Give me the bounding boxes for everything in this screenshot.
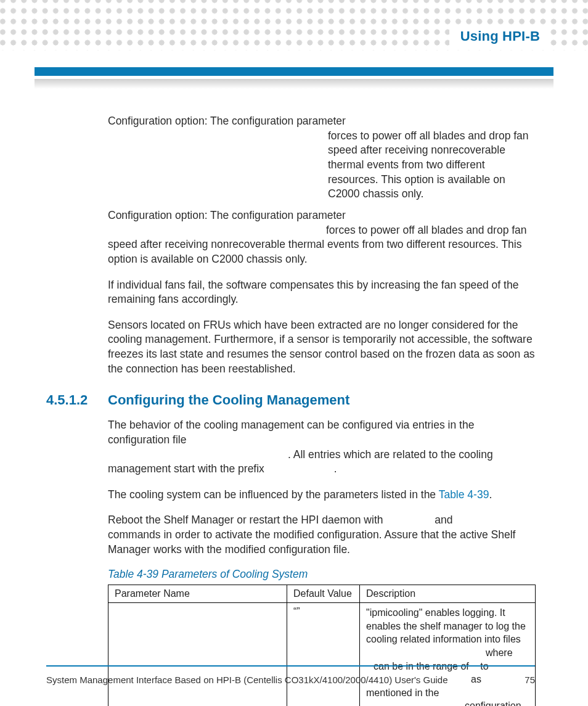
paragraph: The cooling system can be influenced by … [108,488,536,503]
running-header-title: Using HPI-B [460,28,540,44]
table-cell: “” [287,603,360,706]
paragraph: If individual fans fail, the software co… [108,278,536,307]
body-text: Configuration option: The configuration … [108,115,346,127]
parameters-table: Parameter Name Default Value Description… [108,585,536,706]
table-row: “” "ipmicooling" enables logging. It ena… [108,603,536,706]
page-footer: System Management Interface Based on HPI… [46,675,535,685]
body-text: Configuration option: The configuration … [108,209,346,221]
body-text: configuration file. [366,700,521,706]
body-text: Reboot the Shelf Manager or restart the … [108,514,383,526]
body-text: forces to power off all blades and drop … [328,129,536,202]
body-text: speed after receiving nonrecoverable the… [108,238,522,265]
paragraph: The behavior of the cooling management c… [108,418,536,477]
paragraph: Reboot the Shelf Manager or restart the … [108,513,536,557]
paragraph: Configuration option: The configuration … [108,114,536,202]
table-header-row: Parameter Name Default Value Description [108,585,536,603]
header-rule [35,67,553,76]
footer-page-number: 75 [525,675,535,685]
cross-reference-link[interactable]: Table 4-39 [439,488,489,501]
body-text: . All entries which are related to the c… [108,448,493,475]
table-header-cell: Parameter Name [108,585,287,603]
body-text: . [334,462,337,475]
table-header-cell: Description [360,585,536,603]
footer-doc-title: System Management Interface Based on HPI… [46,675,448,685]
table-cell: "ipmicooling" enables logging. It enable… [360,603,536,706]
body-text: forces to power off all blades and drop … [326,224,527,236]
section-title: Configuring the Cooling Management [108,392,536,408]
footer-rule [46,665,535,667]
table-cell [108,603,287,706]
running-header-box: Using HPI-B [449,25,549,48]
table-caption: Table 4-39 Parameters of Cooling System [108,568,536,581]
body-text: The behavior of the cooling management c… [108,419,474,446]
header-rule-shadow [35,79,553,89]
intro-block: Configuration option: The configuration … [108,208,536,376]
body-text: "ipmicooling" enables logging. It enable… [366,607,526,644]
body-text: where [486,647,513,658]
page: Using HPI-B Configuration option: The co… [0,0,588,706]
table-header-cell: Default Value [287,585,360,603]
section-heading: 4.5.1.2 Configuring the Cooling Manageme… [46,392,536,408]
paragraph: Configuration option: The configuration … [108,208,536,267]
section-number: 4.5.1.2 [46,392,88,408]
body-text: . [489,488,492,501]
paragraph: Sensors located on FRUs which have been … [108,318,536,377]
body-text: The cooling system can be influenced by … [108,488,439,501]
body-text: commands in order to activate the modifi… [108,528,515,556]
section-body: The behavior of the cooling management c… [108,418,536,557]
body-text: and [435,514,452,526]
content-area: Configuration option: The configuration … [46,114,536,651]
